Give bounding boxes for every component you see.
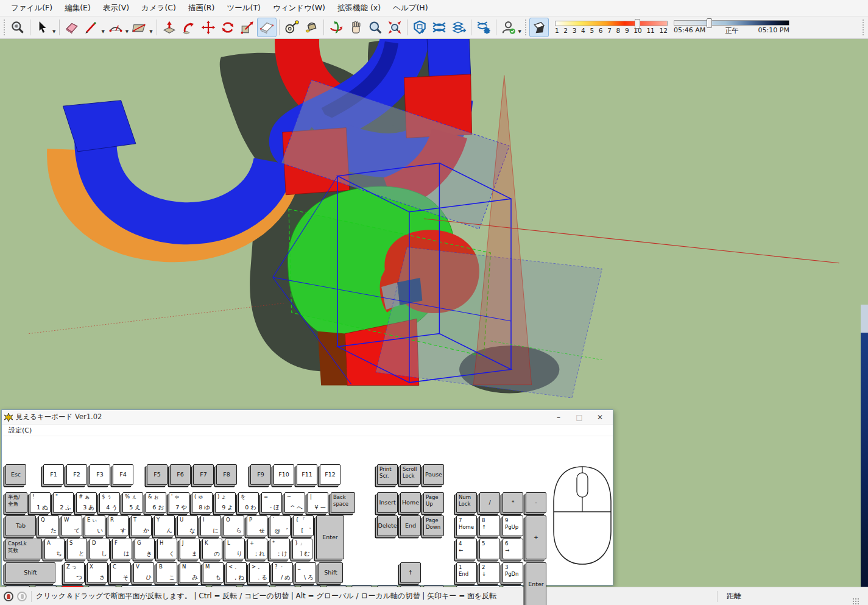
get-models-tool-button[interactable]: [410, 18, 429, 37]
account-dropdown-caret[interactable]: ▼: [518, 29, 521, 34]
key-Enter[interactable]: Enter: [316, 515, 344, 559]
key-___[interactable]: > 。. る: [249, 562, 270, 583]
key-_[interactable]: *: け: [270, 539, 290, 559]
key-__ぇ[interactable]: % ぇ5 え: [122, 492, 143, 513]
key-A[interactable]: Aち: [44, 539, 65, 559]
pan-tool-button[interactable]: [346, 18, 365, 37]
rectangle-dropdown-caret[interactable]: ▼: [149, 29, 152, 34]
follow-me-tool-button[interactable]: [179, 18, 199, 37]
key-C[interactable]: Cそ: [110, 562, 131, 583]
key-Shift[interactable]: Shift: [5, 562, 55, 583]
key-_[interactable]: "2 ふ: [53, 492, 74, 513]
key-J[interactable]: Jま: [180, 539, 200, 559]
zoom-tool-button[interactable]: [365, 18, 385, 37]
key-W[interactable]: Wて: [62, 515, 82, 536]
shadow-toggle-button[interactable]: [529, 18, 549, 37]
arc-dropdown-caret[interactable]: ▼: [125, 29, 129, 34]
key-U[interactable]: Uな: [177, 515, 198, 536]
key-S[interactable]: Sと: [67, 539, 87, 559]
key-__ゃ[interactable]: ' ゃ7 や: [169, 492, 189, 513]
toolbar-grip-right[interactable]: [862, 19, 865, 36]
key-_[interactable]: -: [526, 492, 546, 513]
account-tool-button[interactable]: [499, 18, 518, 37]
arc-tool-button[interactable]: [106, 18, 125, 37]
menu-item-7[interactable]: 拡張機能 (x): [331, 1, 387, 16]
key-3[interactable]: 3 PgDn: [503, 562, 523, 583]
key-F8[interactable]: F8: [216, 464, 237, 485]
key-半角_[interactable]: 半角/ 全角: [5, 492, 27, 513]
key-5[interactable]: 5: [479, 539, 500, 559]
key-B[interactable]: Bこ: [157, 562, 177, 583]
key-F2[interactable]: F2: [66, 464, 87, 485]
menu-item-3[interactable]: カメラ(C): [135, 1, 182, 16]
key-K[interactable]: Kの: [202, 539, 222, 559]
key-___[interactable]: } 」] む: [292, 539, 312, 559]
key-Print[interactable]: Print Scr.: [377, 464, 398, 485]
geolocation-icon[interactable]: [4, 592, 13, 601]
maximize-button[interactable]: □: [569, 411, 590, 423]
key-O[interactable]: Oら: [224, 515, 244, 536]
key-F[interactable]: Fは: [112, 539, 132, 559]
zoom-window-tool-button[interactable]: [8, 18, 27, 37]
shadow-time-slider[interactable]: 05:46 AM 正午 05:10 PM: [674, 20, 789, 35]
key-G[interactable]: Gき: [135, 539, 155, 559]
key-Scroll[interactable]: Scroll Lock: [400, 464, 421, 485]
key-F5[interactable]: F5: [147, 464, 168, 485]
settings-menu[interactable]: 設定(C): [6, 425, 34, 436]
extension-warehouse-tool-button[interactable]: [474, 18, 493, 37]
key-Z_っ[interactable]: Z っつ: [64, 562, 85, 583]
key-Insert[interactable]: Insert: [377, 492, 398, 513]
key-X[interactable]: Xさ: [87, 562, 108, 583]
key-F1[interactable]: F1: [43, 464, 64, 485]
key-F9[interactable]: F9: [250, 464, 271, 485]
key-M[interactable]: Mも: [203, 562, 224, 583]
key-Y[interactable]: Yん: [154, 515, 175, 536]
key-Esc[interactable]: Esc: [5, 464, 26, 485]
key-4[interactable]: 4 ←: [456, 539, 477, 559]
key-Home[interactable]: Home: [400, 492, 421, 513]
minimize-button[interactable]: –: [548, 411, 569, 423]
key-_[interactable]: /: [479, 492, 500, 513]
key-L[interactable]: Lり: [225, 539, 245, 559]
key-CapsLk[interactable]: CapsLk 英数: [5, 539, 42, 559]
key-↑[interactable]: ↑: [400, 562, 421, 583]
key-R[interactable]: Rす: [108, 515, 129, 536]
key-Q[interactable]: Qた: [38, 515, 59, 536]
key-8[interactable]: 8 ↑: [479, 515, 500, 536]
key-__ゅ[interactable]: ( ゅ8 ゆ: [192, 492, 213, 513]
section-plane-tool-button[interactable]: [257, 18, 277, 37]
shadow-toolbar-grip[interactable]: [524, 19, 528, 36]
key-Enter[interactable]: Enter: [526, 562, 546, 605]
key-9[interactable]: 9 PgUp: [503, 515, 523, 536]
key-_[interactable]: +; れ: [247, 539, 267, 559]
line-tool-button[interactable]: [82, 18, 101, 37]
key-V[interactable]: Vひ: [133, 562, 154, 583]
menu-item-5[interactable]: ツール(T): [221, 1, 266, 16]
share-component-tool-button[interactable]: [449, 18, 468, 37]
push-pull-tool-button[interactable]: [160, 18, 179, 37]
key-Page[interactable]: Page Down: [423, 515, 444, 536]
key-Back[interactable]: Back space: [331, 492, 355, 513]
key-_[interactable]: `@ ゛: [270, 515, 291, 536]
key-_[interactable]: *: [503, 492, 523, 513]
key-__ょ[interactable]: ) ょ9 よ: [215, 492, 236, 513]
key-_[interactable]: +: [526, 515, 546, 559]
key-_[interactable]: !1 ぬ: [30, 492, 51, 513]
time-slider-handle[interactable]: [707, 18, 712, 28]
eraser-tool-button[interactable]: [62, 18, 82, 37]
keyboard-titlebar[interactable]: 見えるキーボード Ver1.02 – □ ✕: [2, 410, 613, 425]
menu-item-1[interactable]: 編集(E): [58, 1, 97, 16]
key-P[interactable]: Pせ: [247, 515, 267, 536]
key-2[interactable]: 2 ↓: [479, 562, 500, 583]
key-F10[interactable]: F10: [273, 464, 294, 485]
tape-measure-tool-button[interactable]: [282, 18, 302, 37]
select-dropdown-caret[interactable]: ▼: [52, 29, 55, 34]
key-Delete[interactable]: Delete: [377, 515, 398, 536]
menu-item-8[interactable]: ヘルプ(H): [387, 1, 434, 16]
key-F11[interactable]: F11: [297, 464, 317, 485]
rectangle-tool-button[interactable]: [130, 18, 149, 37]
key-___[interactable]: < 、, ね: [226, 562, 247, 583]
key-1[interactable]: 1 End: [456, 562, 477, 583]
key-F7[interactable]: F7: [193, 464, 214, 485]
menu-item-0[interactable]: ファイル(F): [5, 1, 58, 16]
